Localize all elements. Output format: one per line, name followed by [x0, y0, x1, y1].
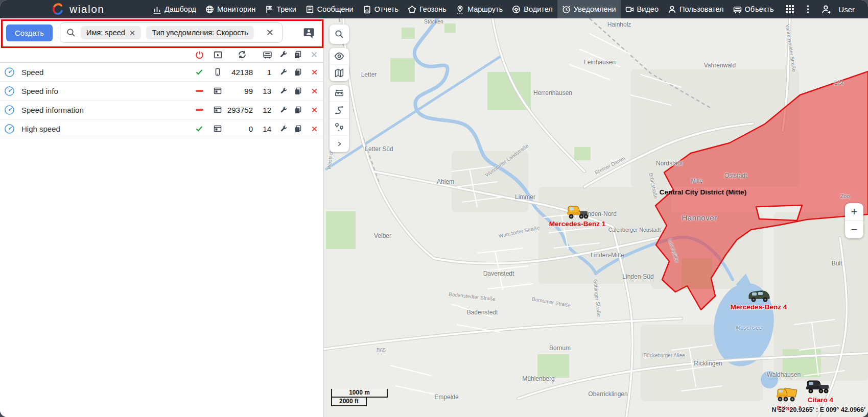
speed-notification-icon	[4, 86, 15, 96]
search-icon	[66, 28, 76, 37]
filter-chip-label: Тип уведомления: Скорость	[152, 29, 248, 37]
remove-filter-icon[interactable]: ✕	[129, 29, 136, 37]
unit-label[interactable]: Mercedes-Benz 4	[731, 303, 787, 311]
triggered-count: 99	[226, 87, 258, 95]
messages-icon	[306, 5, 314, 14]
notification-row[interactable]: High speed 0 14	[0, 119, 323, 138]
nav-item-geofences[interactable]: Геозонь	[403, 0, 451, 18]
map-place-label: Ricklingen	[694, 360, 722, 367]
black-truck-icon	[804, 378, 831, 395]
nav-item-label: Треки	[276, 5, 296, 13]
copy-icon[interactable]	[291, 125, 305, 133]
wrench-icon[interactable]	[276, 68, 291, 76]
clear-search-icon[interactable]: ✕	[266, 28, 274, 37]
nav-item-video[interactable]: Видео	[621, 0, 663, 18]
nav-item-notifications[interactable]: Уведомлени	[557, 0, 621, 18]
close-icon[interactable]	[305, 51, 323, 58]
nav-item-label: Маршруть	[467, 5, 503, 13]
delete-icon[interactable]	[305, 69, 323, 76]
geofence-polygon[interactable]	[324, 18, 868, 417]
nav-items: Дашборд Мониторин Треки Сообщени Отчеть …	[148, 0, 785, 18]
map-place-label: Waldhausen	[767, 371, 801, 378]
map-place-label: Mühlenberg	[522, 375, 554, 382]
units-icon	[733, 5, 742, 14]
delete-icon[interactable]	[305, 88, 323, 94]
map-place-label: Davenstedt	[483, 270, 514, 277]
map-place-label: Bult	[832, 260, 842, 267]
zoom-out-button[interactable]: −	[845, 221, 863, 238]
wrench-icon[interactable]	[276, 125, 291, 133]
delete-icon[interactable]	[305, 107, 323, 113]
wialon-logo[interactable]: wialon	[51, 3, 128, 16]
map-place-label: Letter Süd	[365, 145, 393, 153]
delivery-popup-icon	[209, 106, 226, 114]
map-tools-expand-button[interactable]	[330, 135, 349, 152]
notification-row[interactable]: Speed information 293752 12	[0, 101, 323, 119]
nav-item-units[interactable]: Объекть	[729, 0, 779, 18]
user-menu[interactable]: User	[822, 5, 855, 14]
create-button[interactable]: Создать	[6, 24, 53, 41]
contact-support-icon[interactable]	[302, 27, 315, 39]
delete-icon[interactable]	[305, 126, 323, 132]
status-enabled-icon	[190, 125, 209, 133]
unit-icon[interactable]	[258, 51, 276, 59]
nav-item-monitoring[interactable]: Мониторин	[201, 0, 260, 18]
kebab-menu-icon[interactable]	[807, 5, 809, 14]
unit-count: 14	[258, 125, 276, 133]
nav-item-reports[interactable]: Отчеть	[358, 0, 403, 18]
logo-text: wialon	[69, 3, 105, 15]
filter-chip-label: Имя: speed	[86, 29, 125, 37]
notification-row[interactable]: Speed 42138 1	[0, 63, 323, 82]
map-place-label: Letter	[361, 71, 377, 78]
map-place-label: Nordstadt	[656, 160, 683, 167]
map-place-label: B65	[377, 348, 386, 353]
map-layers-button[interactable]	[330, 64, 349, 81]
nav-item-messages[interactable]: Сообщени	[301, 0, 358, 18]
notification-row[interactable]: Speed info 99 13	[0, 82, 323, 101]
nav-item-tracks[interactable]: Треки	[260, 0, 301, 18]
popup-play-icon[interactable]	[209, 51, 226, 59]
unit-marker-citaro-1[interactable]	[776, 384, 801, 406]
unit-label[interactable]: Citaro 4	[808, 396, 833, 404]
filter-chip-type[interactable]: Тип уведомления: Скорость	[146, 26, 253, 39]
nav-item-label: Пользовател	[679, 5, 724, 13]
wrench-icon[interactable]	[276, 51, 291, 59]
notifications-panel: Создать Имя: speed ✕ Тип уведомления: Ск…	[0, 18, 324, 417]
copy-icon[interactable]	[291, 106, 305, 114]
refresh-icon[interactable]	[226, 50, 258, 59]
routes-icon	[456, 5, 464, 14]
map-geofence-points-button[interactable]	[330, 118, 349, 135]
nav-item-drivers[interactable]: Водител	[507, 0, 557, 18]
notification-name: Speed	[21, 68, 43, 77]
zoom-in-button[interactable]: +	[845, 203, 863, 221]
wialon-app-window: wialon Дашборд Мониторин Треки Сообщени …	[0, 0, 868, 417]
nav-item-routes[interactable]: Маршруть	[451, 0, 507, 18]
unit-marker-citaro-4[interactable]	[804, 378, 831, 397]
nav-item-dashboard[interactable]: Дашборд	[148, 0, 201, 18]
map-place-label: Empelde	[434, 394, 458, 401]
copy-icon[interactable]	[291, 87, 305, 95]
wrench-icon[interactable]	[276, 87, 291, 95]
map-route-button[interactable]	[330, 102, 349, 118]
unit-label[interactable]: Mercedes-Benz 1	[549, 220, 605, 228]
map-place-label: Bückeburger Allee	[643, 353, 685, 358]
yellow-truck-icon	[566, 203, 590, 220]
search-input[interactable]: Имя: speed ✕ Тип уведомления: Скорость ✕	[60, 22, 283, 43]
notification-name: High speed	[21, 125, 60, 133]
map-place-label: Ahlem	[437, 178, 454, 185]
map-ruler-button[interactable]	[330, 85, 349, 102]
map-place-label: Vahrenwald	[704, 62, 736, 69]
map-search-button[interactable]	[330, 24, 349, 44]
triggered-count: 0	[226, 125, 258, 133]
copy-icon[interactable]	[291, 68, 305, 76]
copy-icon[interactable]	[291, 51, 305, 59]
nav-item-users[interactable]: Пользовател	[663, 0, 729, 18]
map-canvas[interactable]: Central City District (Mitte) StöckenHai…	[324, 18, 868, 417]
filter-chip-name[interactable]: Имя: speed ✕	[81, 26, 141, 39]
map-place-label: Hainholz	[607, 21, 631, 28]
power-toggle-all-icon[interactable]	[190, 51, 209, 59]
wrench-icon[interactable]	[276, 106, 291, 114]
map-visibility-button[interactable]	[330, 48, 349, 64]
tracks-icon	[265, 5, 273, 14]
apps-grid-icon[interactable]	[785, 5, 794, 14]
